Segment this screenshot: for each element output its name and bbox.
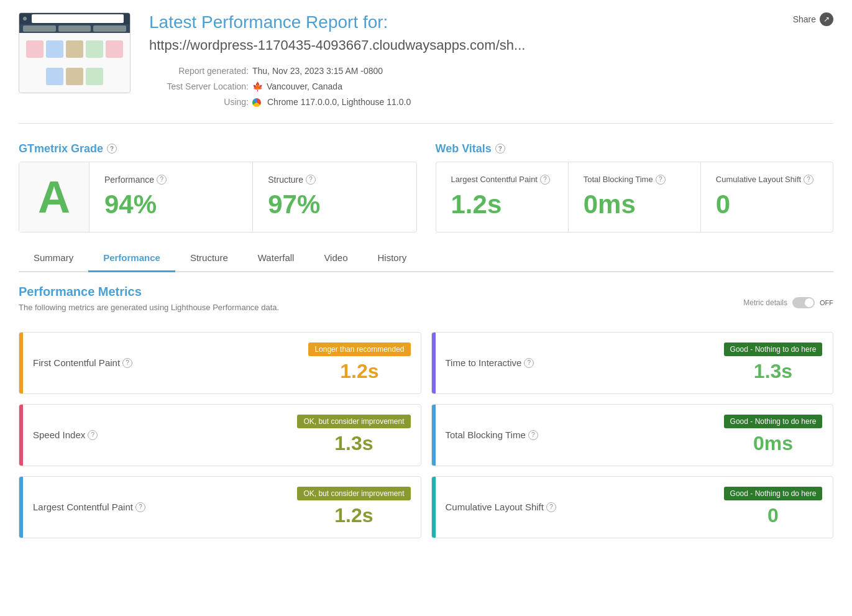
tbt-badge: Good - Nothing to do here: [724, 415, 823, 428]
tab-performance[interactable]: Performance: [88, 245, 175, 272]
tti-score: Good - Nothing to do here 1.3s: [723, 342, 823, 383]
lcp-body: Largest Contentful Paint ? OK, but consi…: [23, 477, 421, 538]
meta-using-label: Using:: [149, 94, 249, 110]
share-label: Share: [793, 14, 816, 24]
chrome-icon: [252, 98, 261, 107]
grade-metric-structure: Structure ? 97%: [253, 162, 416, 232]
lcp-help-icon[interactable]: ?: [540, 175, 550, 185]
performance-help-icon[interactable]: ?: [157, 175, 167, 185]
meta-generated-value: Thu, Nov 23, 2023 3:15 AM -0800: [252, 63, 383, 79]
share-button[interactable]: Share ↗: [793, 12, 833, 26]
grade-metrics: Performance ? 94% Structure ? 97%: [89, 162, 416, 232]
cls-help-icon[interactable]: ?: [804, 175, 813, 185]
grade-letter-box: A: [19, 162, 89, 232]
tab-video[interactable]: Video: [309, 245, 362, 272]
si-score: OK, but consider improvement 1.3s: [297, 415, 410, 455]
metric-si: Speed Index ? OK, but consider improveme…: [19, 404, 421, 466]
gtmetrix-card: A Performance ? 94% Structure ?: [19, 162, 417, 232]
gtmetrix-section-title: GTmetrix Grade ?: [19, 142, 417, 155]
share-icon: ↗: [820, 12, 833, 26]
metric-tti: Time to Interactive ? Good - Nothing to …: [431, 332, 834, 394]
webvital-cls-label: Cumulative Layout Shift ?: [716, 175, 818, 185]
grade-metric-performance: Performance ? 94%: [89, 162, 253, 232]
perf-metrics-title: Performance Metrics: [19, 285, 833, 299]
grade-structure-label: Structure ?: [268, 175, 401, 185]
webvital-lcp-label: Largest Contentful Paint ?: [451, 175, 553, 185]
meta-using-value: Chrome 117.0.0.0, Lighthouse 11.0.0: [267, 94, 411, 110]
lcp-badge: OK, but consider improvement: [297, 487, 410, 500]
webvital-cls-value: 0: [716, 190, 818, 219]
si-badge: OK, but consider improvement: [297, 415, 410, 428]
grade-performance-label: Performance ?: [104, 175, 237, 185]
report-meta: Report generated: Thu, Nov 23, 2023 3:15…: [149, 63, 833, 111]
site-screenshot: [19, 12, 131, 93]
page-wrapper: Share ↗ Latest Performance Report for: h…: [0, 0, 852, 551]
fcp-body: First Contentful Paint ? Longer than rec…: [23, 333, 421, 393]
fcp-name: First Contentful Paint ?: [33, 357, 145, 368]
tab-summary[interactable]: Summary: [19, 245, 88, 272]
toggle-switch[interactable]: [792, 297, 815, 308]
meta-server: Test Server Location: 🍁 Vancouver, Canad…: [149, 79, 833, 94]
grade-structure-value: 97%: [268, 190, 401, 219]
tti-value: 1.3s: [723, 360, 823, 383]
tbt-help[interactable]: ?: [528, 430, 538, 440]
cls-badge: Good - Nothing to do here: [724, 487, 823, 500]
webvital-cls: Cumulative Layout Shift ? 0: [701, 162, 833, 232]
metric-cls: Cumulative Layout Shift ? Good - Nothing…: [431, 476, 834, 538]
cls-body: Cumulative Layout Shift ? Good - Nothing…: [436, 477, 833, 538]
tbt-help-icon[interactable]: ?: [656, 175, 666, 185]
gtmetrix-grade-block: GTmetrix Grade ? A Performance ? 94%: [19, 142, 417, 232]
metrics-grid: First Contentful Paint ? Longer than rec…: [19, 332, 833, 538]
toggle-off-label: OFF: [820, 299, 833, 306]
tti-name: Time to Interactive ?: [446, 357, 557, 368]
lcp-help-metric[interactable]: ?: [135, 502, 145, 512]
si-body: Speed Index ? OK, but consider improveme…: [23, 405, 421, 466]
grade-performance-value: 94%: [104, 190, 237, 219]
lcp-name: Largest Contentful Paint ?: [33, 502, 145, 512]
cls-score: Good - Nothing to do here 0: [723, 487, 823, 527]
web-vitals-section-title: Web Vitals ?: [436, 142, 834, 155]
tab-structure[interactable]: Structure: [175, 245, 243, 272]
cls-help-metric[interactable]: ?: [546, 502, 556, 512]
meta-server-value: Vancouver, Canada: [267, 79, 342, 94]
gtmetrix-help-icon[interactable]: ?: [107, 144, 117, 154]
header-info: Share ↗ Latest Performance Report for: h…: [149, 12, 833, 111]
webvital-tbt-label: Total Blocking Time ?: [584, 175, 685, 185]
meta-using: Using: Chrome 117.0.0.0, Lighthouse 11.0…: [149, 94, 833, 110]
metric-fcp: First Contentful Paint ? Longer than rec…: [19, 332, 421, 394]
metric-tbt: Total Blocking Time ? Good - Nothing to …: [431, 404, 834, 466]
si-help[interactable]: ?: [88, 430, 98, 440]
web-vitals-block: Web Vitals ? Largest Contentful Paint ? …: [436, 142, 834, 232]
tti-body: Time to Interactive ? Good - Nothing to …: [436, 333, 833, 393]
tbt-name: Total Blocking Time ?: [446, 430, 557, 440]
si-name: Speed Index ?: [33, 430, 145, 440]
si-value: 1.3s: [297, 432, 410, 455]
fcp-score: Longer than recommended 1.2s: [308, 342, 410, 383]
cls-name: Cumulative Layout Shift ?: [446, 502, 557, 512]
web-vitals-card: Largest Contentful Paint ? 1.2s Total Bl…: [436, 162, 834, 232]
webvital-lcp: Largest Contentful Paint ? 1.2s: [436, 162, 569, 232]
lcp-score: OK, but consider improvement 1.2s: [297, 487, 410, 527]
report-url: https://wordpress-1170435-4093667.cloudw…: [149, 37, 833, 53]
fcp-help[interactable]: ?: [122, 358, 132, 368]
webvital-lcp-value: 1.2s: [451, 190, 553, 219]
lcp-value: 1.2s: [297, 504, 410, 527]
report-title: Latest Performance Report for:: [149, 12, 833, 32]
cls-value: 0: [723, 504, 823, 527]
tbt-score: Good - Nothing to do here 0ms: [723, 415, 823, 455]
tab-waterfall[interactable]: Waterfall: [243, 245, 309, 272]
header-section: Share ↗ Latest Performance Report for: h…: [19, 12, 833, 124]
perf-metrics-subtitle: The following metrics are generated usin…: [19, 303, 279, 312]
structure-help-icon[interactable]: ?: [306, 175, 316, 185]
tab-history[interactable]: History: [362, 245, 421, 272]
tti-help[interactable]: ?: [524, 358, 534, 368]
flag-icon: 🍁: [252, 79, 263, 94]
fcp-badge: Longer than recommended: [308, 342, 410, 356]
webvital-tbt-value: 0ms: [584, 190, 685, 219]
fcp-value: 1.2s: [308, 360, 410, 383]
meta-generated-label: Report generated:: [149, 63, 249, 79]
webvital-tbt: Total Blocking Time ? 0ms: [569, 162, 701, 232]
tbt-value: 0ms: [723, 432, 823, 455]
web-vitals-help-icon[interactable]: ?: [495, 144, 505, 154]
tti-badge: Good - Nothing to do here: [724, 342, 823, 356]
